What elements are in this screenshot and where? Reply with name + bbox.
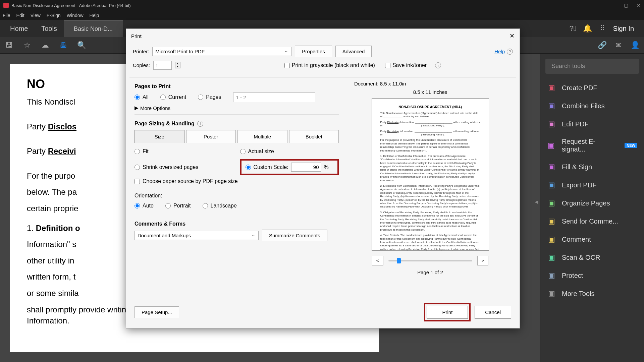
- sidebar-item[interactable]: ▣Edit PDF: [540, 115, 644, 133]
- sidebar-item[interactable]: ▣Protect: [540, 266, 644, 285]
- dialog-title: Print: [131, 33, 142, 39]
- actual-size-radio[interactable]: [240, 149, 246, 154]
- orient-landscape-radio[interactable]: [203, 203, 208, 208]
- copies-input[interactable]: [153, 61, 172, 70]
- info-icon[interactable]: i: [197, 121, 203, 127]
- preview-zoom-slider[interactable]: [388, 260, 472, 261]
- pages-range-radio[interactable]: [198, 95, 203, 100]
- star-icon[interactable]: ☆: [23, 41, 31, 49]
- menu-help[interactable]: Help: [90, 13, 99, 18]
- expand-right-icon[interactable]: ◀: [535, 199, 538, 204]
- link-share-icon[interactable]: 🔗: [598, 41, 606, 49]
- booklet-tab[interactable]: Booklet: [289, 130, 339, 143]
- sidebar-icon: ▣: [547, 141, 556, 150]
- multiple-tab[interactable]: Multiple: [237, 130, 287, 143]
- sidebar-item[interactable]: ▣Combine Files: [540, 97, 644, 115]
- menu-window[interactable]: Window: [67, 13, 84, 18]
- sidebar-icon: ▣: [547, 217, 556, 226]
- sidebar-item[interactable]: ▣Comment: [540, 230, 644, 248]
- orientation-label: Orientation:: [135, 193, 339, 199]
- copies-spinner[interactable]: ▲▼: [175, 62, 180, 69]
- titlebar: Basic Non-Disclosure Agreement - Adobe A…: [0, 0, 644, 11]
- printer-select[interactable]: Microsoft Print to PDF: [152, 47, 291, 56]
- custom-scale-input[interactable]: [291, 163, 321, 172]
- maximize-icon[interactable]: ▢: [624, 3, 628, 8]
- orient-portrait-radio[interactable]: [165, 203, 171, 208]
- search-icon[interactable]: 🔍: [77, 41, 86, 49]
- window-title: Basic Non-Disclosure Agreement - Adobe A…: [11, 3, 131, 8]
- sidebar-item[interactable]: ▣Request E-signat...NEW: [540, 133, 644, 158]
- help-icon[interactable]: ?⃝: [569, 24, 577, 33]
- fit-radio[interactable]: [135, 149, 140, 154]
- custom-scale-label: Custom Scale:: [254, 164, 288, 170]
- pages-current-radio[interactable]: [160, 95, 166, 100]
- menubar: File Edit View E-Sign Window Help: [0, 11, 644, 20]
- pages-range-input[interactable]: [233, 93, 315, 102]
- print-button[interactable]: Print: [427, 306, 468, 319]
- tab-document[interactable]: Basic Non-D...: [64, 20, 123, 37]
- preview-prev-button[interactable]: <: [372, 256, 383, 265]
- cancel-button[interactable]: Cancel: [475, 306, 511, 319]
- shrink-radio[interactable]: [135, 165, 140, 170]
- cloud-upload-icon[interactable]: ☁: [41, 41, 49, 49]
- info-icon[interactable]: i: [435, 62, 441, 68]
- menu-edit[interactable]: Edit: [16, 13, 24, 18]
- comments-select[interactable]: Document and Markups: [135, 231, 259, 240]
- grayscale-label: Print in grayscale (black and white): [292, 62, 375, 68]
- advanced-button[interactable]: Advanced: [335, 46, 372, 57]
- sidebar-item[interactable]: ▣Export PDF: [540, 176, 644, 194]
- poster-tab[interactable]: Poster: [186, 130, 236, 143]
- menu-view[interactable]: View: [31, 13, 41, 18]
- grayscale-checkbox[interactable]: [284, 63, 290, 68]
- print-icon[interactable]: 🖶: [59, 41, 67, 49]
- bell-icon[interactable]: 🔔: [584, 24, 592, 33]
- sidebar-icon: ▣: [547, 289, 556, 298]
- tab-home[interactable]: Home: [3, 21, 35, 37]
- sidebar-item[interactable]: ▣Scan & OCR: [540, 248, 644, 266]
- more-options-toggle[interactable]: ▶ More Options: [135, 105, 339, 111]
- summarize-button[interactable]: Summarize Comments: [262, 230, 327, 241]
- menu-esign[interactable]: E-Sign: [47, 13, 61, 18]
- page-sizing-label: Page Sizing & Handling: [135, 121, 195, 127]
- page-setup-button[interactable]: Page Setup...: [135, 306, 179, 318]
- sidebar-icon: ▣: [547, 102, 556, 110]
- search-input[interactable]: Search tools: [545, 59, 639, 74]
- signin-button[interactable]: Sign In: [613, 25, 634, 33]
- sidebar-item-label: Export PDF: [562, 181, 596, 189]
- sidebar-item[interactable]: ▣Fill & Sign: [540, 158, 644, 176]
- close-icon[interactable]: ✕: [509, 32, 515, 40]
- print-button-highlight: Print: [424, 303, 471, 321]
- apps-icon[interactable]: ⠿: [598, 24, 606, 33]
- menu-file[interactable]: File: [3, 13, 10, 18]
- saveink-label: Save ink/toner: [392, 62, 427, 68]
- close-window-icon[interactable]: ✕: [637, 3, 641, 8]
- percent-label: %: [324, 164, 329, 170]
- custom-scale-radio[interactable]: [246, 165, 251, 170]
- help-link[interactable]: Help: [494, 49, 505, 54]
- sidebar-item[interactable]: ▣Organize Pages: [540, 194, 644, 212]
- help-info-icon[interactable]: ?: [507, 49, 513, 55]
- sidebar-item[interactable]: ▣More Tools: [540, 285, 644, 303]
- preview-page-label: Page 1 of 2: [417, 269, 443, 275]
- sidebar-item-label: Create PDF: [562, 84, 597, 92]
- save-icon[interactable]: 🖫: [5, 41, 13, 49]
- sidebar-item[interactable]: ▣Create PDF: [540, 79, 644, 97]
- orient-auto-radio[interactable]: [135, 203, 140, 208]
- mail-icon[interactable]: ✉: [614, 41, 623, 49]
- saveink-checkbox[interactable]: [385, 63, 390, 68]
- sidebar-item-label: Fill & Sign: [562, 163, 592, 171]
- comments-forms-label: Comments & Forms: [135, 221, 339, 227]
- pages-all-radio[interactable]: [135, 95, 140, 100]
- tab-tools[interactable]: Tools: [35, 21, 64, 37]
- right-sidebar: Search tools ▣Create PDF▣Combine Files▣E…: [540, 54, 644, 362]
- minimize-icon[interactable]: —: [611, 3, 615, 8]
- sidebar-icon: ▣: [547, 163, 556, 171]
- properties-button[interactable]: Properties: [295, 46, 332, 57]
- preview-next-button[interactable]: >: [477, 256, 489, 265]
- profile-icon[interactable]: 👤: [631, 41, 639, 49]
- choose-paper-checkbox[interactable]: [135, 179, 140, 184]
- sidebar-item-label: Organize Pages: [562, 199, 610, 207]
- size-tab[interactable]: Size: [135, 130, 184, 143]
- sidebar-item[interactable]: ▣Send for Comme...: [540, 212, 644, 230]
- sidebar-icon: ▣: [547, 120, 556, 128]
